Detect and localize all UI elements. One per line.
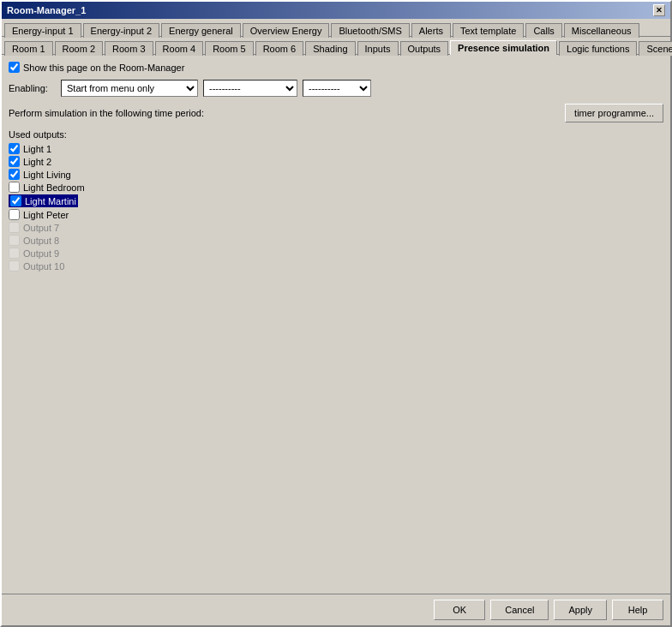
tab-text-template[interactable]: Text template <box>453 23 524 38</box>
enabling-dropdown[interactable]: Start from menu only Always on Timer bas… <box>61 80 198 97</box>
tab-room6[interactable]: Room 6 <box>255 41 304 56</box>
tabs-row2: Room 1 Room 2 Room 3 Room 4 Room 5 Room … <box>2 37 670 55</box>
bottom-bar: OK Cancel Apply Help <box>2 594 670 625</box>
used-outputs-section: Used outputs: Light 1 Light 2 Light Livi… <box>9 129 663 272</box>
output-checkbox-9 <box>9 248 20 259</box>
tab-energy-input-1[interactable]: Energy-input 1 <box>4 23 81 38</box>
content-area: Show this page on the Room-Manager Enabl… <box>2 55 670 594</box>
list-item: Light Peter <box>9 209 663 220</box>
output-checkbox-light-living[interactable] <box>9 169 20 180</box>
dropdown2[interactable]: ---------- <box>203 80 297 97</box>
output-checkbox-light2[interactable] <box>9 156 20 167</box>
output-label-light1: Light 1 <box>23 144 51 154</box>
tab-room2[interactable]: Room 2 <box>55 41 104 56</box>
output-checkbox-8 <box>9 235 20 246</box>
tab-presence-simulation[interactable]: Presence simulation <box>450 40 557 55</box>
tab-overview-energy[interactable]: Overview Energy <box>243 23 330 38</box>
outputs-list: Light 1 Light 2 Light Living Light Bedro… <box>9 143 663 272</box>
time-period-text: Perform simulation in the following time… <box>9 108 204 118</box>
tab-outputs[interactable]: Outputs <box>400 41 449 56</box>
list-item: Output 10 <box>9 260 663 272</box>
tab-calls[interactable]: Calls <box>525 23 561 38</box>
output-label-7: Output 7 <box>23 223 59 233</box>
help-button[interactable]: Help <box>612 600 663 620</box>
output-checkbox-light-bedroom[interactable] <box>9 182 20 193</box>
output-label-light2: Light 2 <box>23 157 51 167</box>
ok-button[interactable]: OK <box>434 600 485 620</box>
tab-scenes[interactable]: Scenes <box>639 41 672 56</box>
tab-energy-input-2[interactable]: Energy-input 2 <box>83 23 160 38</box>
cancel-button[interactable]: Cancel <box>490 600 549 620</box>
output-checkbox-light1[interactable] <box>9 143 20 154</box>
dropdown3[interactable]: ---------- <box>303 80 371 97</box>
tab-bluetooth-sms[interactable]: Bluetooth/SMS <box>331 23 409 38</box>
used-outputs-label: Used outputs: <box>9 129 663 140</box>
tab-shading[interactable]: Shading <box>305 41 355 56</box>
output-label-light-martini: Light Martini <box>25 196 76 206</box>
main-window: Room-Manager_1 ✕ Energy-input 1 Energy-i… <box>0 0 672 627</box>
output-label-9: Output 9 <box>23 248 59 259</box>
tab-energy-general[interactable]: Energy general <box>161 23 241 38</box>
output-label-8: Output 8 <box>23 236 59 246</box>
output-label-light-bedroom: Light Bedroom <box>23 182 85 193</box>
list-item: Light Bedroom <box>9 182 663 193</box>
apply-button[interactable]: Apply <box>554 600 607 620</box>
timer-programme-button[interactable]: timer programme... <box>565 104 663 122</box>
list-item: Light Living <box>9 169 663 180</box>
output-label-light-living: Light Living <box>23 170 71 180</box>
show-page-row: Show this page on the Room-Manager <box>9 62 663 73</box>
tab-room5[interactable]: Room 5 <box>205 41 254 56</box>
output-checkbox-light-martini[interactable] <box>10 195 21 206</box>
title-bar: Room-Manager_1 ✕ <box>2 2 670 19</box>
tab-inputs[interactable]: Inputs <box>357 41 399 56</box>
tabs-row1: Energy-input 1 Energy-input 2 Energy gen… <box>2 19 670 37</box>
output-checkbox-10 <box>9 260 20 272</box>
output-label-light-peter: Light Peter <box>23 210 69 220</box>
output-checkbox-light-peter[interactable] <box>9 209 20 220</box>
tab-logic-functions[interactable]: Logic functions <box>559 41 637 56</box>
list-item: Light 2 <box>9 156 663 167</box>
list-item: Output 7 <box>9 222 663 233</box>
list-item: Output 9 <box>9 248 663 259</box>
output-checkbox-7 <box>9 222 20 233</box>
output-label-10: Output 10 <box>23 261 64 272</box>
list-item: Output 8 <box>9 235 663 246</box>
window-title: Room-Manager_1 <box>7 5 86 15</box>
tab-room3[interactable]: Room 3 <box>105 41 153 56</box>
tab-miscellaneous[interactable]: Miscellaneous <box>564 23 639 38</box>
tab-room1[interactable]: Room 1 <box>4 41 53 56</box>
show-page-label[interactable]: Show this page on the Room-Manager <box>9 62 184 73</box>
list-item: Light 1 <box>9 143 663 154</box>
time-period-row: Perform simulation in the following time… <box>9 104 663 122</box>
tab-alerts[interactable]: Alerts <box>411 23 451 38</box>
enabling-label: Enabling: <box>9 83 56 93</box>
show-page-checkbox[interactable] <box>9 62 20 73</box>
list-item: Light Martini <box>9 194 78 207</box>
close-button[interactable]: ✕ <box>653 4 665 16</box>
tab-room4[interactable]: Room 4 <box>155 41 204 56</box>
show-page-text: Show this page on the Room-Manager <box>23 63 184 73</box>
enabling-row: Enabling: Start from menu only Always on… <box>9 80 663 97</box>
